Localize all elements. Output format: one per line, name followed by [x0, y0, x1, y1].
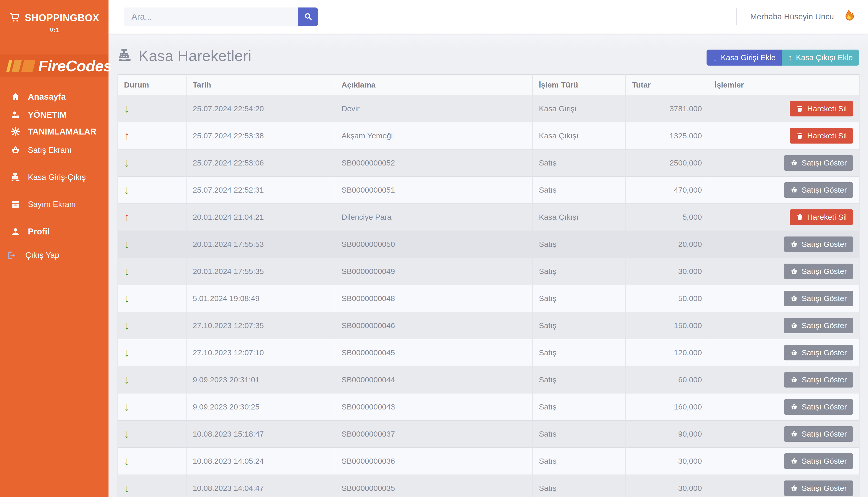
- type-cell: Satış: [533, 475, 626, 497]
- delete-movement-button[interactable]: Hareketi Sil: [790, 209, 853, 225]
- sidebar-item-y-netim[interactable]: YÖNETIM: [0, 109, 109, 121]
- description-cell: Dilenciye Para: [335, 204, 533, 231]
- actions-cell: Hareketi Sil: [708, 204, 859, 231]
- amount-cell: 120,000: [626, 339, 708, 366]
- arrow-down-icon: ↓: [124, 373, 130, 386]
- arrow-down-icon: ↓: [124, 184, 130, 196]
- show-sale-button[interactable]: Satışı Göster: [784, 372, 853, 387]
- sidebar-item-sat-ekran-[interactable]: Satış Ekranı: [0, 144, 109, 156]
- basket-icon: [790, 268, 798, 275]
- table-row: ↑20.01.2024 21:04:21Dilenciye ParaKasa Ç…: [118, 204, 859, 231]
- amount-cell: 3781,000: [626, 95, 708, 123]
- date-cell: 10.08.2023 14:04:47: [186, 475, 335, 497]
- arrow-down-icon: ↓: [124, 428, 130, 440]
- description-cell: SB0000000036: [335, 448, 533, 475]
- delete-movement-button[interactable]: Hareketi Sil: [790, 101, 853, 116]
- topbar-divider: [736, 8, 737, 25]
- show-sale-button[interactable]: Satışı Göster: [784, 453, 853, 469]
- amount-cell: 60,000: [626, 366, 708, 394]
- table-row: ↓25.07.2024 22:53:06SB0000000052Satış250…: [118, 150, 859, 176]
- description-cell: SB0000000051: [335, 176, 533, 204]
- actions-cell: Satışı Göster: [708, 475, 859, 497]
- status-cell: ↓: [118, 258, 186, 285]
- sidebar-item--k-yap[interactable]: Çıkış Yap: [0, 250, 109, 261]
- actions-cell: Satışı Göster: [708, 394, 859, 421]
- col-header-tarih: Tarih: [186, 75, 335, 95]
- sidebar-item-label: Çıkış Yap: [25, 251, 59, 260]
- delete-movement-button[interactable]: Hareketi Sil: [790, 128, 853, 144]
- show-sale-button[interactable]: Satışı Göster: [784, 318, 853, 333]
- status-cell: ↓: [118, 285, 186, 312]
- type-cell: Satış: [533, 366, 626, 394]
- sidebar-item-say-m-ekran-[interactable]: Sayım Ekranı: [0, 199, 109, 210]
- date-cell: 10.08.2023 15:18:47: [186, 421, 335, 448]
- amount-cell: 90,000: [626, 421, 708, 448]
- add-cash-out-button[interactable]: ↑ Kasa Çıkışı Ekle: [782, 49, 859, 66]
- firecodes-logo: FireCodes: [0, 55, 109, 77]
- arrow-down-icon: ↓: [124, 102, 130, 115]
- show-sale-button[interactable]: Satışı Göster: [784, 237, 853, 252]
- search-button[interactable]: [298, 8, 318, 26]
- show-sale-button[interactable]: Satışı Göster: [784, 399, 853, 415]
- type-cell: Satış: [533, 285, 626, 312]
- table-row: ↓9.09.2023 20:31:01SB0000000044Satış60,0…: [118, 366, 859, 394]
- col-header-tutar: Tutar: [626, 75, 708, 95]
- sidebar-item-profil[interactable]: Profil: [0, 226, 109, 238]
- archive-icon: [10, 199, 21, 210]
- show-sale-button[interactable]: Satışı Göster: [784, 155, 853, 171]
- arrow-down-icon: ↓: [124, 265, 130, 278]
- date-cell: 25.07.2024 22:53:06: [186, 150, 335, 176]
- arrow-up-icon: ↑: [124, 211, 130, 223]
- type-cell: Satış: [533, 231, 626, 258]
- amount-cell: 20,000: [626, 231, 708, 258]
- table-header-row: Durum Tarih Açıklama İşlem Türü Tutar İş…: [118, 75, 859, 95]
- sidebar-item-anasayfa[interactable]: Anasayfa: [0, 91, 109, 103]
- basket-icon: [790, 376, 798, 384]
- arrow-up-icon: ↑: [124, 129, 130, 142]
- sign-out-icon: [6, 250, 17, 261]
- arrow-down-icon: ↓: [124, 400, 130, 413]
- greeting-text: Merhaba Hüseyin Uncu: [750, 12, 834, 22]
- description-cell: Akşam Yemeği: [335, 123, 533, 150]
- sidebar-item-kasa-giri-k-[interactable]: Kasa Giriş-Çıkış: [0, 171, 109, 183]
- description-cell: SB0000000049: [335, 258, 533, 285]
- col-header-aciklama: Açıklama: [335, 75, 533, 95]
- type-cell: Satış: [533, 448, 626, 475]
- search-input[interactable]: [124, 8, 298, 26]
- basket-icon: [790, 159, 798, 167]
- status-cell: ↓: [118, 150, 186, 176]
- basket-icon: [790, 457, 798, 465]
- description-cell: SB0000000037: [335, 421, 533, 448]
- description-cell: SB0000000044: [335, 366, 533, 394]
- arrow-up-icon: ↑: [788, 53, 792, 63]
- amount-cell: 1325,000: [626, 123, 708, 150]
- sidebar-item-tanimlamalar[interactable]: TANIMLAMALAR: [0, 126, 109, 138]
- amount-cell: 150,000: [626, 312, 708, 339]
- actions-cell: Satışı Göster: [708, 150, 859, 176]
- table-row: ↓25.07.2024 22:52:31SB0000000051Satış470…: [118, 176, 859, 204]
- actions-cell: Satışı Göster: [708, 285, 859, 312]
- col-header-islem-turu: İşlem Türü: [533, 75, 626, 95]
- type-cell: Satış: [533, 150, 626, 176]
- description-cell: SB0000000050: [335, 231, 533, 258]
- show-sale-button[interactable]: Satışı Göster: [784, 345, 853, 360]
- status-cell: ↓: [118, 448, 186, 475]
- actions-cell: Satışı Göster: [708, 231, 859, 258]
- add-cash-in-button[interactable]: ↓ Kasa Girişi Ekle: [706, 49, 782, 66]
- arrow-down-icon: ↓: [124, 482, 130, 494]
- gear-icon: [10, 126, 21, 137]
- date-cell: 25.07.2024 22:52:31: [186, 176, 335, 204]
- page-title: Kasa Hareketleri: [139, 47, 252, 64]
- show-sale-button[interactable]: Satışı Göster: [784, 182, 853, 198]
- status-cell: ↑: [118, 123, 186, 150]
- actions-cell: Satışı Göster: [708, 421, 859, 448]
- show-sale-button[interactable]: Satışı Göster: [784, 481, 853, 496]
- sidebar-item-label: Satış Ekranı: [28, 146, 72, 155]
- date-cell: 25.07.2024 22:54:20: [186, 95, 335, 123]
- show-sale-button[interactable]: Satışı Göster: [784, 291, 853, 306]
- amount-cell: 30,000: [626, 448, 708, 475]
- basket-icon: [10, 145, 21, 156]
- show-sale-button[interactable]: Satışı Göster: [784, 264, 853, 279]
- show-sale-button[interactable]: Satışı Göster: [784, 426, 853, 442]
- status-cell: ↓: [118, 339, 186, 366]
